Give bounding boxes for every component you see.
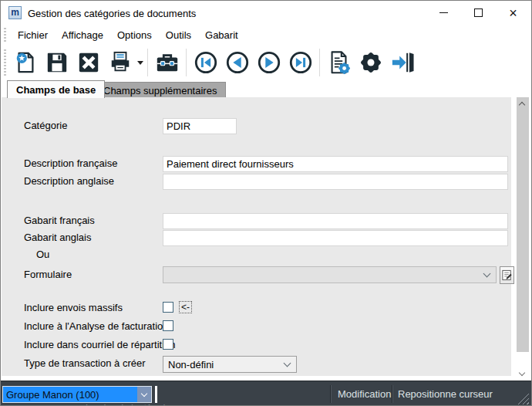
minimize-button[interactable]: [426, 1, 461, 25]
save-icon: [45, 51, 69, 74]
chevron-down-icon: [483, 270, 491, 278]
menu-bar: Fichier Affichage Options Outils Gabarit: [1, 25, 531, 46]
report-settings-button[interactable]: [323, 47, 355, 78]
focus-marker: <-: [179, 301, 192, 313]
combo-focus-bar: [155, 386, 157, 403]
formulaire-select[interactable]: [163, 266, 497, 283]
inclure-analyse-facturation-checkbox[interactable]: [163, 320, 173, 331]
gabarit-francais-label: Gabarit français: [24, 215, 95, 226]
status-hint-clipped: Inscrivez le / catégorie: [86, 403, 170, 406]
inclure-courriel-repartition-checkbox[interactable]: [163, 339, 173, 350]
delete-button[interactable]: [72, 47, 104, 78]
exit-button[interactable]: [386, 47, 418, 78]
gabarit-anglais-label: Gabarit anglais: [24, 232, 91, 243]
window-title: Gestion des catégories de documents: [28, 8, 196, 19]
tab-champs-de-base[interactable]: Champs de base: [7, 80, 105, 98]
description-francaise-label: Description française: [24, 157, 117, 169]
inclure-envois-massifs-checkbox[interactable]: [163, 302, 173, 313]
statusbar-divider: [392, 385, 392, 403]
previous-record-icon: [225, 50, 250, 75]
vertical-scrollbar[interactable]: [517, 97, 529, 381]
print-button[interactable]: [104, 47, 136, 78]
toolbar-separator: [319, 49, 320, 76]
type-transaction-label: Type de transaction à créer: [24, 357, 146, 369]
group-selector-dropdown-button[interactable]: [137, 387, 151, 402]
gabarit-francais-input[interactable]: [163, 213, 508, 229]
delete-icon: [77, 51, 100, 74]
scroll-down-icon[interactable]: [519, 370, 525, 376]
toolbox-button[interactable]: [151, 47, 183, 78]
print-dropdown-button[interactable]: [136, 47, 144, 78]
cursor-status: Repositionne curseur: [398, 388, 493, 400]
tab-champs-supplementaires[interactable]: Champs supplémentaires: [94, 82, 226, 98]
document-gear-icon: [327, 50, 352, 75]
gabarit-anglais-input[interactable]: [163, 230, 508, 246]
print-icon: [109, 51, 132, 74]
briefcase-icon: [155, 51, 180, 74]
chevron-down-icon: [284, 360, 291, 367]
formulaire-label: Formulaire: [24, 269, 72, 280]
type-transaction-select[interactable]: Non-défini: [163, 356, 297, 373]
chevron-down-icon: [141, 390, 147, 396]
scrollbar-thumb[interactable]: [517, 97, 529, 352]
toolbar-separator: [186, 49, 187, 76]
new-document-icon: [14, 51, 37, 74]
app-icon: m: [8, 6, 22, 19]
menu-gabarit[interactable]: Gabarit: [198, 26, 245, 44]
toolbar-separator: [147, 49, 148, 76]
ou-label: Ou: [36, 249, 49, 260]
save-button[interactable]: [41, 47, 72, 78]
next-record-icon: [257, 50, 281, 75]
description-francaise-input[interactable]: [163, 156, 508, 172]
first-record-button[interactable]: [190, 47, 221, 78]
description-anglaise-input[interactable]: [163, 174, 508, 190]
new-document-button[interactable]: [9, 47, 41, 78]
app-window: m Gestion des catégories de documents × …: [0, 0, 532, 406]
close-button[interactable]: ×: [496, 1, 530, 25]
group-selector-value: Groupe Manon (100): [3, 387, 137, 402]
menu-fichier[interactable]: Fichier: [11, 26, 55, 44]
close-icon: ×: [509, 6, 517, 20]
toolbar-gripper[interactable]: [4, 49, 6, 76]
last-record-icon: [288, 50, 313, 75]
toolbar: [1, 46, 531, 80]
categorie-input[interactable]: [163, 118, 237, 134]
minimize-icon: [439, 12, 448, 13]
maximize-button[interactable]: [461, 1, 496, 25]
formulaire-edit-button[interactable]: [500, 266, 514, 284]
group-selector[interactable]: Groupe Manon (100): [2, 386, 152, 403]
settings-button[interactable]: [355, 47, 386, 78]
gear-icon: [359, 50, 383, 75]
title-bar: m Gestion des catégories de documents ×: [1, 1, 531, 25]
form-edit-icon: [501, 269, 513, 281]
app-icon-letter: m: [11, 7, 19, 18]
description-anglaise-label: Description anglaise: [24, 175, 114, 187]
next-record-button[interactable]: [253, 47, 285, 78]
previous-record-button[interactable]: [221, 47, 253, 78]
maximize-icon: [474, 8, 483, 17]
categorie-label: Catégorie: [24, 120, 67, 131]
menu-gripper[interactable]: [4, 28, 6, 43]
caret-down-icon: [137, 61, 143, 65]
resize-grip-icon[interactable]: [517, 393, 529, 404]
menu-options[interactable]: Options: [110, 26, 159, 44]
last-record-button[interactable]: [285, 47, 316, 78]
type-transaction-select-value: Non-défini: [163, 359, 285, 370]
first-record-icon: [194, 50, 218, 75]
mode-status: Modification: [338, 388, 391, 400]
status-bar: Groupe Manon (100) Inscrivez le / catégo…: [1, 381, 531, 406]
menu-outils[interactable]: Outils: [159, 26, 198, 44]
inclure-envois-massifs-label: Inclure envois massifs: [24, 302, 123, 313]
inclure-courriel-repartition-label: Inclure dans courriel de répartition: [24, 339, 176, 350]
statusbar-divider: [330, 385, 331, 403]
menu-affichage[interactable]: Affichage: [55, 26, 110, 44]
exit-door-icon: [390, 51, 415, 74]
inclure-analyse-facturation-label: Inclure à l'Analyse de facturation: [24, 320, 168, 332]
